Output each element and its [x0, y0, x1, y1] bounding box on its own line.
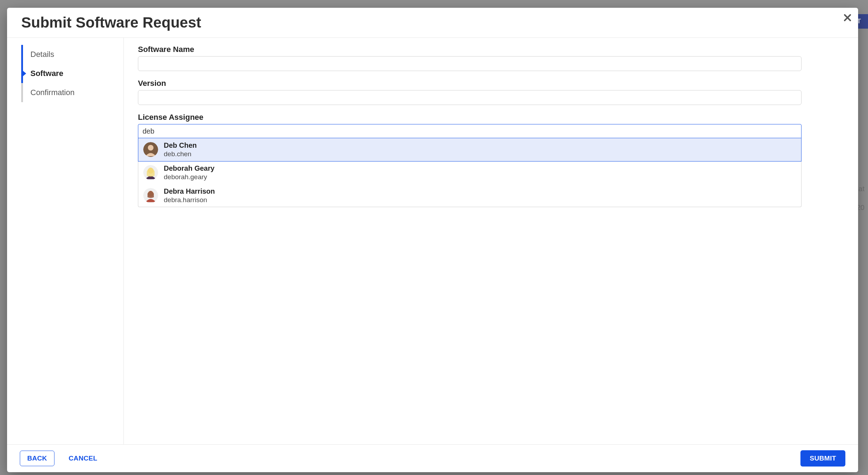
- software-name-input[interactable]: [138, 56, 802, 71]
- license-assignee-label: License Assignee: [138, 113, 802, 122]
- step-label: Software: [30, 69, 63, 78]
- option-username: deborah.geary: [164, 173, 214, 181]
- option-username: debra.harrison: [164, 196, 215, 204]
- license-assignee-combobox: Deb Chen deb.chen Deborah Geary deborah.…: [138, 124, 802, 138]
- version-label: Version: [138, 79, 802, 88]
- cancel-button[interactable]: CANCEL: [62, 451, 104, 466]
- option-username: deb.chen: [164, 150, 197, 158]
- modal-header: Submit Software Request: [7, 8, 858, 38]
- option-text: Debra Harrison debra.harrison: [164, 187, 215, 204]
- option-name: Debra Harrison: [164, 187, 215, 196]
- modal-footer: BACK CANCEL SUBMIT: [7, 444, 858, 472]
- avatar-icon: [143, 165, 158, 180]
- avatar-icon: [143, 188, 158, 203]
- svg-point-1: [148, 145, 154, 151]
- wizard-stepper: Details Software Confirmation: [18, 38, 124, 444]
- step-details[interactable]: Details: [18, 45, 123, 64]
- submit-software-request-modal: Submit Software Request Details Software…: [7, 8, 858, 472]
- option-text: Deborah Geary deborah.geary: [164, 164, 214, 181]
- option-name: Deb Chen: [164, 141, 197, 150]
- step-label: Confirmation: [30, 88, 75, 97]
- form-area: Software Name Version License Assignee D…: [124, 38, 858, 444]
- avatar-icon: [143, 142, 158, 157]
- assignee-option[interactable]: Deb Chen deb.chen: [138, 138, 802, 162]
- step-confirmation[interactable]: Confirmation: [18, 83, 123, 102]
- step-label: Details: [30, 50, 54, 59]
- modal-title: Submit Software Request: [21, 14, 844, 31]
- close-button[interactable]: [840, 11, 855, 25]
- license-assignee-input[interactable]: [138, 124, 802, 138]
- submit-button[interactable]: SUBMIT: [800, 450, 845, 467]
- assignee-dropdown: Deb Chen deb.chen Deborah Geary deborah.…: [138, 138, 802, 207]
- close-icon: [844, 13, 851, 24]
- modal-body: Details Software Confirmation Software N…: [7, 38, 858, 444]
- software-name-label: Software Name: [138, 45, 802, 54]
- back-button[interactable]: BACK: [20, 451, 54, 466]
- version-input[interactable]: [138, 90, 802, 105]
- assignee-option[interactable]: Deborah Geary deborah.geary: [138, 161, 801, 184]
- step-software[interactable]: Software: [18, 64, 123, 83]
- option-name: Deborah Geary: [164, 164, 214, 173]
- option-text: Deb Chen deb.chen: [164, 141, 197, 158]
- assignee-option[interactable]: Debra Harrison debra.harrison: [138, 184, 801, 207]
